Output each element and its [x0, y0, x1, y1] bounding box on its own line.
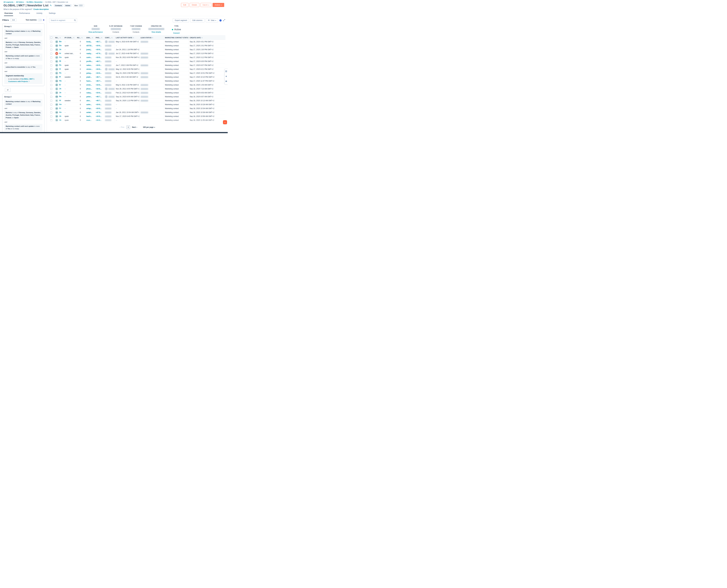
- row-checkbox[interactable]: [50, 119, 52, 121]
- breadcrumb-link[interactable]: All folders: [16, 1, 24, 3]
- notification-dot[interactable]: [219, 19, 221, 22]
- page-number[interactable]: 1: [127, 125, 130, 129]
- email-link[interactable]: hans...: [86, 80, 92, 82]
- contact-name-link[interactable]: Ju: [59, 48, 61, 50]
- column-header[interactable]: IP COUN...: [63, 36, 76, 40]
- use-in-button[interactable]: Use in: [200, 3, 211, 7]
- row-checkbox[interactable]: [50, 76, 52, 78]
- select-all-checkbox[interactable]: [50, 37, 52, 39]
- sort-icon[interactable]: [91, 37, 93, 39]
- row-checkbox[interactable]: [50, 72, 52, 74]
- email-link[interactable]: peter...: [86, 96, 92, 98]
- phone-link[interactable]: +46 7...: [96, 96, 102, 98]
- contact-name-link[interactable]: Pe: [59, 64, 61, 66]
- email-link[interactable]: artap...: [86, 107, 92, 109]
- phone-link[interactable]: +34 6...: [96, 84, 102, 86]
- sort-icon[interactable]: [151, 37, 153, 39]
- tab-settings[interactable]: Settings: [48, 12, 56, 16]
- email-link[interactable]: raaby...: [86, 52, 92, 55]
- tab-performance[interactable]: Performance: [19, 12, 30, 16]
- contact-name-link[interactable]: As: [59, 111, 61, 113]
- row-checkbox[interactable]: [50, 104, 52, 106]
- phone-link[interactable]: +34 6...: [96, 72, 102, 74]
- actions-button[interactable]: Actions: [213, 3, 224, 7]
- row-checkbox[interactable]: [50, 108, 52, 109]
- contact-name-link[interactable]: Vi: [59, 68, 61, 70]
- filter-condition[interactable]: Marketing contact status is any of Marke…: [4, 29, 42, 36]
- row-checkbox[interactable]: [50, 92, 52, 94]
- sort-icon[interactable]: [101, 37, 102, 39]
- breadcrumb-link[interactable]: All segments: [3, 1, 14, 3]
- column-header[interactable]: NA...: [54, 36, 63, 40]
- email-link[interactable]: ericb...: [86, 84, 92, 86]
- row-checkbox[interactable]: [50, 52, 52, 55]
- filter-condition[interactable]: Marketing contact until next update is n…: [4, 124, 42, 131]
- contact-name-link[interactable]: Da: [59, 44, 61, 46]
- phone-link[interactable]: +46 7...: [96, 41, 102, 43]
- phone-link[interactable]: +34 6...: [96, 104, 102, 106]
- stat-link[interactable]: View performance: [88, 31, 103, 33]
- email-link[interactable]: d3733...: [86, 45, 93, 47]
- phone-link[interactable]: +34 6...: [96, 119, 102, 121]
- breadcrumb-link[interactable]: GLOBAL | Newsletter: [26, 1, 43, 3]
- fullscreen-button[interactable]: [223, 19, 226, 22]
- column-header[interactable]: NU...: [76, 36, 85, 40]
- details-button[interactable]: Details: [190, 3, 199, 7]
- row-checkbox[interactable]: [50, 96, 52, 98]
- column-header[interactable]: EMA...: [85, 36, 94, 40]
- email-link[interactable]: pelay...: [86, 72, 92, 74]
- contact-name-link[interactable]: Ju: [59, 119, 61, 121]
- row-checkbox[interactable]: [50, 88, 52, 90]
- phone-link[interactable]: +34 6...: [96, 88, 102, 90]
- row-checkbox[interactable]: [50, 68, 52, 70]
- phone-link[interactable]: +46 7...: [96, 60, 102, 62]
- filters-edit-button[interactable]: Edit: [10, 19, 17, 21]
- email-link[interactable]: bach...: [86, 115, 92, 117]
- phone-link[interactable]: +34 6...: [96, 45, 102, 47]
- contact-name-link[interactable]: Er: [59, 84, 61, 86]
- contact-name-link[interactable]: Ol: [59, 123, 61, 124]
- next-button[interactable]: Next: [132, 126, 137, 128]
- email-link[interactable]: juanj...: [86, 48, 92, 50]
- email-link[interactable]: valey...: [86, 92, 92, 94]
- sort-icon[interactable]: [132, 37, 134, 39]
- edit-button[interactable]: Edit: [181, 3, 189, 7]
- email-link[interactable]: oran...: [86, 119, 92, 121]
- search-input[interactable]: [49, 18, 77, 23]
- contact-name-link[interactable]: Pe: [59, 96, 61, 98]
- filter-condition[interactable]: Markets is any of Norway, Germany, Swede…: [4, 110, 42, 120]
- row-checkbox[interactable]: [50, 49, 52, 50]
- copilot-button[interactable]: [225, 75, 228, 78]
- phone-link[interactable]: +47 9...: [96, 52, 102, 55]
- contact-name-link[interactable]: Öl: [59, 60, 61, 62]
- edit-title-icon[interactable]: [50, 4, 52, 7]
- email-link[interactable]: aolm...: [86, 104, 92, 106]
- tab-overview[interactable]: Overview: [4, 12, 13, 16]
- row-checkbox[interactable]: [50, 111, 52, 113]
- filter-condition[interactable]: Marketing contact status is any of Marke…: [4, 99, 42, 107]
- column-header[interactable]: MARKETING CONTACT STATUS: [164, 36, 189, 40]
- email-link[interactable]: victor...: [86, 68, 92, 70]
- phone-link[interactable]: +46 7...: [96, 76, 102, 78]
- phone-link[interactable]: +34 6...: [96, 92, 102, 94]
- filter-condition[interactable]: subscribed to newsletter is any of Yes: [4, 65, 42, 69]
- row-checkbox[interactable]: [50, 45, 52, 47]
- sort-icon[interactable]: [111, 37, 112, 39]
- phone-link[interactable]: +34 6...: [96, 107, 102, 109]
- alert-badge[interactable]: [223, 120, 227, 124]
- email-link[interactable]: proffs...: [86, 60, 93, 62]
- grid-panel-button[interactable]: [225, 70, 227, 73]
- tab-activity[interactable]: Activity: [36, 12, 43, 16]
- contact-name-link[interactable]: Jo: [59, 88, 61, 90]
- contact-name-link[interactable]: Cr: [59, 107, 61, 109]
- edit-columns-button[interactable]: Edit columns: [190, 18, 205, 22]
- phone-link[interactable]: +46 7...: [96, 80, 102, 82]
- email-link[interactable]: boelj...: [86, 41, 92, 43]
- sort-icon[interactable]: [81, 37, 83, 39]
- column-header[interactable]: CONT...: [104, 36, 114, 40]
- phone-link[interactable]: +34 6...: [96, 64, 102, 66]
- email-link[interactable]: carlo...: [86, 57, 92, 59]
- email-link[interactable]: sm_6...: [86, 123, 92, 124]
- contact-name-link[interactable]: Pe: [59, 72, 61, 74]
- phone-link[interactable]: +47 9...: [96, 111, 102, 113]
